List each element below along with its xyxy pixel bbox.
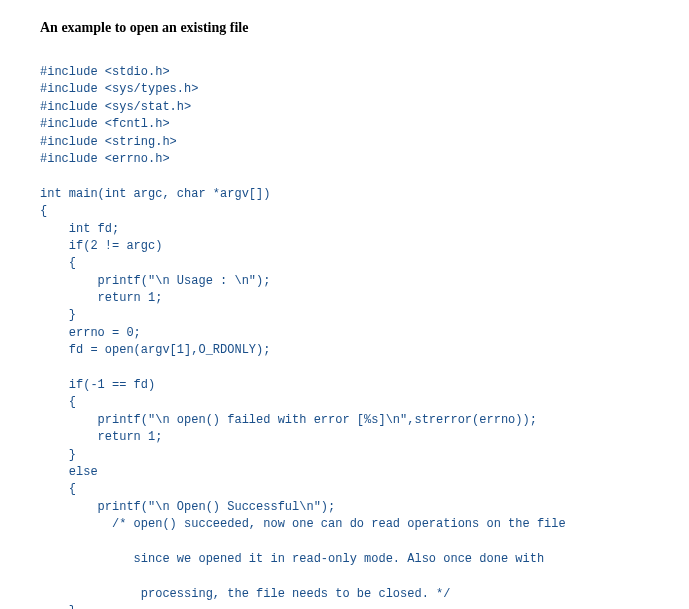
code-block: #include <stdio.h> #include <sys/types.h…	[40, 64, 649, 609]
section-heading: An example to open an existing file	[40, 20, 649, 36]
